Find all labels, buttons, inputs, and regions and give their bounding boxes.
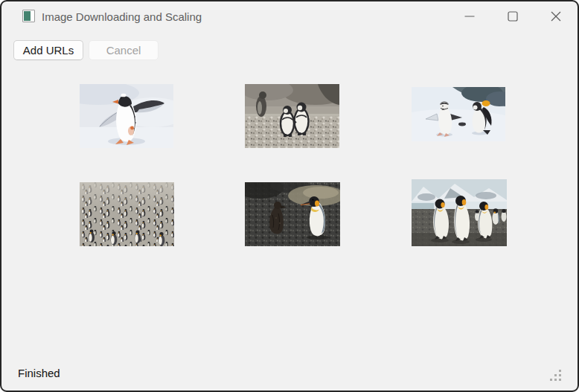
resize-grip[interactable] [550, 370, 562, 382]
maximize-button[interactable] [491, 1, 534, 31]
titlebar[interactable]: Image Downloading and Scaling [1, 1, 578, 31]
minimize-icon [464, 11, 475, 22]
image-thumbnail-penguin-colony [80, 182, 174, 246]
window-controls [448, 1, 578, 31]
add-urls-button[interactable]: Add URLs [13, 40, 83, 60]
penguin-and-chick-illustration [245, 182, 340, 246]
window-title: Image Downloading and Scaling [42, 1, 202, 31]
image-thumbnail-penguins-on-beach [412, 179, 507, 246]
image-thumbnail-chinstrap-penguins [412, 87, 505, 141]
close-button[interactable] [534, 1, 578, 31]
close-icon [551, 11, 561, 22]
app-window: Image Downloading and Scaling Add URLs [0, 0, 579, 392]
image-thumbnail-gentoo [80, 84, 173, 148]
maximize-icon [508, 11, 518, 22]
image-thumbnail-african-penguins [245, 84, 339, 148]
status-text: Finished [18, 367, 60, 379]
penguins-on-beach-illustration [412, 179, 507, 246]
minimize-button[interactable] [448, 1, 491, 31]
resize-grip-icon [550, 370, 562, 382]
african-penguins-illustration [245, 84, 339, 148]
image-thumbnail-penguin-and-chick [245, 182, 340, 246]
app-icon [22, 10, 35, 22]
chinstrap-penguins-illustration [412, 87, 505, 141]
penguin-colony-illustration [80, 182, 174, 246]
gentoo-penguin-illustration [80, 84, 173, 148]
cancel-button[interactable]: Cancel [89, 40, 159, 60]
